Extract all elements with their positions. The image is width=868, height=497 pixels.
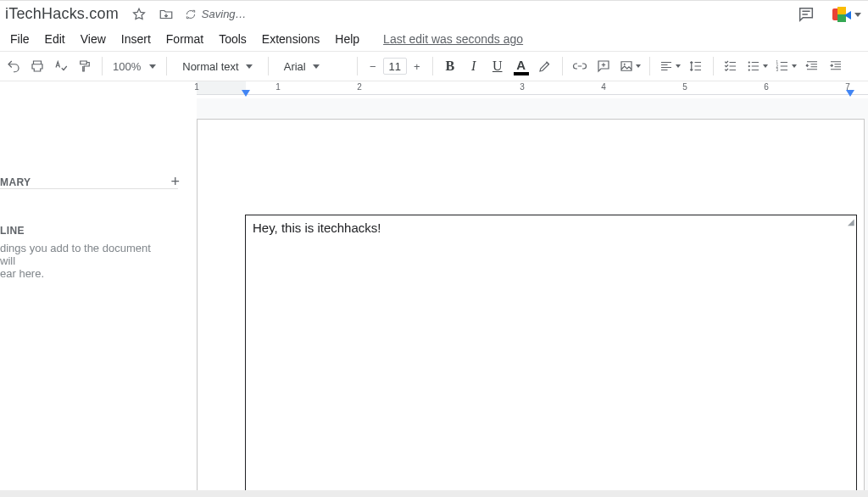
chevron-down-icon (246, 64, 253, 69)
svg-point-2 (748, 65, 749, 67)
print-button[interactable] (27, 55, 47, 77)
summary-label: MARY (0, 176, 31, 188)
ruler-number: 3 (520, 82, 525, 92)
document-body-text[interactable]: Hey, this is itechhacks! (253, 221, 381, 235)
star-icon[interactable] (129, 3, 149, 25)
bold-button[interactable]: B (440, 55, 460, 77)
resize-handle-icon[interactable]: ◢ (848, 217, 854, 226)
paragraph-style-select[interactable]: Normal text (174, 55, 260, 77)
italic-button[interactable]: I (464, 55, 484, 77)
ruler-number: 6 (764, 82, 769, 92)
svg-point-0 (623, 64, 625, 65)
chevron-down-icon (792, 64, 797, 68)
highlight-button[interactable] (535, 55, 555, 77)
menu-help[interactable]: Help (328, 30, 366, 48)
chevron-down-icon (313, 64, 320, 69)
svg-point-3 (748, 69, 749, 70)
paint-format-button[interactable] (75, 55, 95, 77)
outline-sidebar: MARY + LINE dings you add to the documen… (0, 98, 197, 490)
saving-text: Saving… (202, 8, 247, 20)
numbered-list-button[interactable]: 123 (773, 55, 798, 77)
ruler-number: 4 (601, 82, 606, 92)
separator (357, 57, 358, 75)
text-box[interactable]: ◢ Hey, this is itechhacks! (245, 215, 857, 490)
meet-button[interactable] (832, 7, 861, 22)
line-spacing-button[interactable] (686, 55, 706, 77)
undo-button[interactable] (3, 55, 24, 77)
add-summary-button[interactable]: + (167, 173, 183, 191)
separator (713, 57, 714, 75)
insert-image-button[interactable] (617, 55, 643, 77)
menu-bar: File Edit View Insert Format Tools Exten… (0, 27, 868, 51)
document-title[interactable]: iTechHacks.com (5, 5, 119, 23)
outline-block: LINE dings you add to the document will … (0, 225, 183, 280)
separator (649, 57, 650, 75)
workspace: MARY + LINE dings you add to the documen… (0, 98, 868, 490)
font-select[interactable]: Arial (275, 55, 350, 77)
paragraph-style-value: Normal text (182, 60, 238, 73)
toolbar: 100% Normal text Arial − + B I U A 123 (0, 51, 868, 81)
cloud-sync-icon (185, 8, 197, 20)
move-icon[interactable] (156, 3, 176, 25)
titlebar-right (795, 1, 861, 28)
ruler-number: 1 (194, 82, 199, 92)
separator (432, 57, 433, 75)
underline-button[interactable]: U (487, 55, 508, 77)
chevron-down-icon (149, 64, 156, 69)
insert-link-button[interactable] (570, 55, 590, 77)
font-size-input[interactable] (383, 58, 407, 75)
separator (102, 57, 103, 75)
summary-row: MARY + (0, 168, 183, 196)
increase-indent-button[interactable] (826, 55, 846, 77)
ruler-right-margin-marker[interactable] (846, 90, 854, 97)
align-button[interactable] (657, 55, 682, 77)
font-size-increase-button[interactable]: + (409, 58, 426, 75)
menu-extensions[interactable]: Extensions (255, 30, 326, 48)
editor-area[interactable]: ◢ Hey, this is itechhacks! (197, 98, 868, 490)
ruler-numbers: 1 1 2 3 4 5 6 7 (197, 81, 868, 94)
menu-insert[interactable]: Insert (114, 30, 158, 48)
text-color-button[interactable]: A (511, 55, 531, 77)
chevron-down-icon (854, 13, 861, 17)
ruler-number: 2 (357, 82, 362, 92)
outline-hint: dings you add to the document will ear h… (0, 242, 183, 280)
separator (166, 57, 167, 75)
ruler-indent-marker[interactable] (242, 90, 250, 97)
font-size-stepper: − + (364, 58, 426, 75)
menu-file[interactable]: File (3, 30, 36, 48)
svg-point-1 (748, 61, 749, 63)
underline-glyph: U (492, 59, 503, 74)
menu-format[interactable]: Format (159, 30, 210, 48)
saving-status: Saving… (185, 8, 247, 20)
comment-history-icon[interactable] (795, 3, 817, 25)
font-value: Arial (284, 60, 306, 73)
chevron-down-icon (676, 64, 681, 68)
font-size-decrease-button[interactable]: − (364, 58, 381, 75)
zoom-value: 100% (113, 60, 141, 73)
separator (268, 57, 269, 75)
text-color-glyph: A (516, 58, 526, 72)
menu-tools[interactable]: Tools (212, 30, 253, 48)
chevron-down-icon (763, 64, 768, 68)
bold-glyph: B (445, 59, 454, 74)
bulleted-list-button[interactable] (744, 55, 770, 77)
menu-view[interactable]: View (74, 30, 113, 48)
title-icons (129, 3, 176, 25)
insert-comment-button[interactable] (593, 55, 614, 77)
ruler-number: 1 (275, 82, 281, 92)
svg-text:3: 3 (776, 68, 778, 72)
last-edit-link[interactable]: Last edit was seconds ago (383, 32, 523, 46)
page[interactable]: ◢ Hey, this is itechhacks! (197, 119, 865, 490)
zoom-select[interactable]: 100% (109, 60, 159, 73)
google-meet-icon (832, 7, 851, 22)
decrease-indent-button[interactable] (802, 55, 822, 77)
chevron-down-icon (636, 64, 641, 68)
checklist-button[interactable] (721, 55, 741, 77)
spellcheck-button[interactable] (51, 55, 71, 77)
ruler[interactable]: 1 1 2 3 4 5 6 7 (197, 81, 868, 95)
outline-label: LINE (0, 225, 183, 237)
menu-edit[interactable]: Edit (38, 30, 72, 48)
ruler-number (440, 82, 442, 92)
title-bar: iTechHacks.com Saving… (0, 0, 868, 27)
horizontal-scrollbar[interactable] (0, 490, 868, 497)
